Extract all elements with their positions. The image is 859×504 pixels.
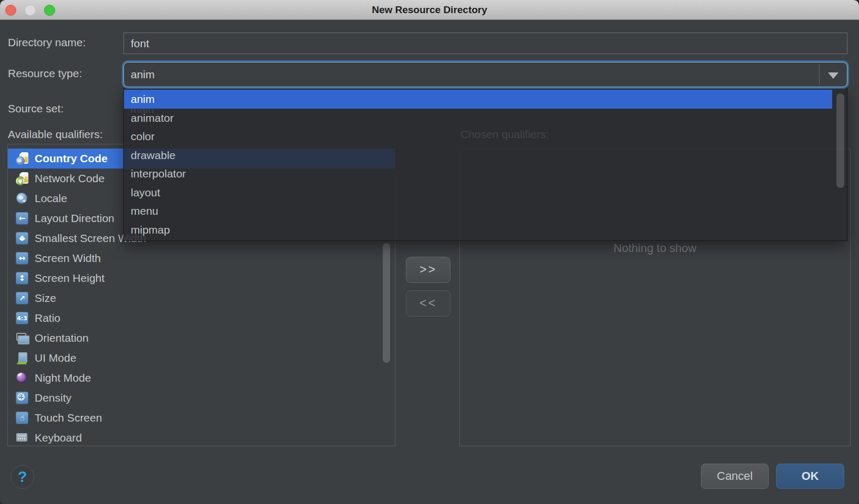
dropdown-scrollbar[interactable] (836, 93, 844, 188)
qualifier-label: Network Code (35, 172, 104, 185)
directory-name-label: Directory name: (8, 36, 86, 49)
qualifier-item-density[interactable]: Density (8, 388, 395, 408)
ok-button[interactable]: OK (776, 464, 844, 489)
keyboard-icon (16, 432, 28, 444)
dialog-title: New Resource Directory (0, 0, 859, 20)
qualifier-item-touch-screen[interactable]: ☝Touch Screen (8, 408, 395, 428)
new-resource-directory-dialog: New Resource Directory Directory name: f… (0, 0, 859, 504)
resource-type-dropdown-popup: animanimatorcolordrawableinterpolatorlay… (123, 88, 847, 241)
qualifier-label: Density (35, 392, 71, 404)
dropdown-item-drawable[interactable]: drawable (124, 146, 847, 165)
question-mark-icon: ? (18, 468, 27, 486)
qualifier-item-ui-mode[interactable]: UI Mode (8, 348, 395, 368)
qualifier-item-night-mode[interactable]: Night Mode (8, 368, 395, 388)
dropdown-item-menu[interactable]: menu (124, 202, 847, 220)
help-button[interactable]: ? (11, 465, 34, 489)
qualifier-list-scrollbar[interactable] (383, 243, 390, 363)
remove-qualifier-button[interactable]: << (406, 290, 451, 317)
qualifier-label: Layout Direction (35, 212, 114, 225)
add-qualifier-button[interactable]: >> (406, 257, 451, 283)
orientation-icon (16, 332, 28, 344)
qualifier-label: Country Code (35, 152, 108, 165)
qualifier-label: Night Mode (35, 372, 91, 384)
qualifier-label: Size (35, 292, 56, 304)
smallest-screen-width-icon: ↔↕ (16, 232, 28, 245)
qualifier-label: Touch Screen (35, 412, 102, 424)
locale-icon (16, 192, 28, 205)
ratio-icon: 4:3 (16, 312, 28, 324)
screen-height-icon: ↕ (16, 272, 28, 285)
dropdown-list: animanimatorcolordrawableinterpolatorlay… (124, 88, 847, 239)
layout-direction-icon: ← (16, 212, 28, 225)
qualifier-item-size[interactable]: ↗Size (8, 288, 395, 308)
qualifier-item-screen-height[interactable]: ↕Screen Height (8, 268, 395, 288)
qualifier-item-orientation[interactable]: Orientation (8, 328, 395, 348)
dropdown-item-animator[interactable]: animator (124, 109, 847, 128)
qualifier-item-screen-width[interactable]: ↔Screen Width (8, 248, 395, 268)
size-icon: ↗ (16, 292, 28, 304)
density-icon (16, 392, 28, 404)
qualifier-label: UI Mode (35, 352, 76, 364)
country-code-icon (16, 152, 28, 165)
dropdown-item-mipmap[interactable]: mipmap (124, 220, 847, 239)
title-bar: New Resource Directory (0, 0, 859, 20)
combo-separator (819, 65, 820, 85)
qualifier-item-keyboard[interactable]: Keyboard (8, 428, 395, 446)
qualifier-label: Screen Width (35, 252, 101, 265)
resource-type-label: Resource type: (8, 67, 82, 80)
qualifier-label: Locale (35, 192, 67, 205)
chevron-down-icon[interactable] (828, 72, 839, 79)
qualifier-label: Screen Height (35, 272, 104, 285)
dropdown-item-layout[interactable]: layout (124, 183, 847, 202)
resource-type-value: anim (131, 62, 155, 87)
dropdown-item-anim[interactable]: anim (124, 90, 832, 109)
qualifier-label: Orientation (35, 332, 89, 344)
available-qualifiers-label: Available qualifiers: (8, 128, 103, 141)
qualifier-item-ratio[interactable]: 4:3Ratio (8, 308, 395, 328)
dropdown-item-color[interactable]: color (124, 127, 847, 146)
ui-mode-icon (16, 352, 28, 364)
touch-screen-icon: ☝ (16, 412, 28, 424)
night-mode-icon (16, 372, 28, 384)
screen-width-icon: ↔ (16, 252, 28, 265)
empty-state-text: Nothing to show (460, 242, 850, 255)
qualifier-label: Keyboard (35, 432, 82, 444)
dropdown-item-interpolator[interactable]: interpolator (124, 164, 847, 183)
network-code-icon: (ψ) (16, 172, 28, 185)
cancel-button[interactable]: Cancel (701, 464, 769, 489)
source-set-label: Source set: (8, 102, 64, 115)
directory-name-input[interactable]: font (123, 33, 847, 54)
resource-type-combobox[interactable]: anim (123, 62, 847, 87)
qualifier-label: Ratio (35, 312, 60, 324)
